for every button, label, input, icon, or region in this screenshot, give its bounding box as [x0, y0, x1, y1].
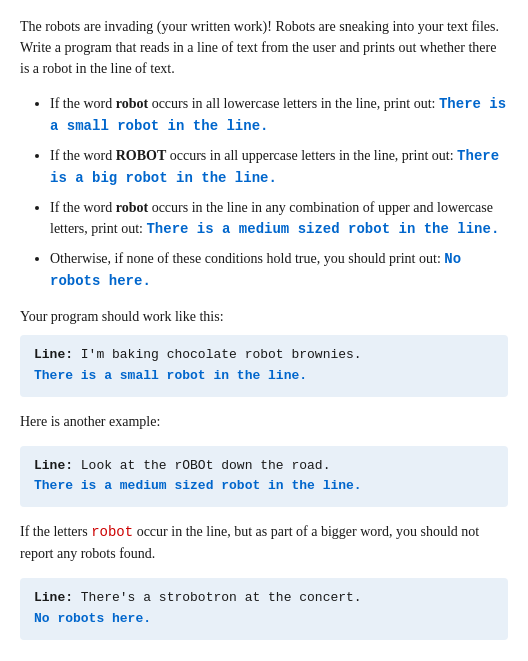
bullet-prefix-3: If the word	[50, 200, 116, 215]
list-item-lowercase: If the word robot occurs in all lowercas…	[50, 93, 508, 137]
example2-input-line: Line: Look at the rOBOt down the road.	[34, 456, 494, 477]
bullet-prefix-4: Otherwise, if none of these conditions h…	[50, 251, 444, 266]
list-item-mixed: If the word robot occurs in the line in …	[50, 197, 508, 240]
bullet-prefix-1: If the word	[50, 96, 116, 111]
bullet-middle-2: occurs in all uppercase letters in the l…	[166, 148, 457, 163]
example2-code-block: Line: Look at the rOBOt down the road. T…	[20, 446, 508, 508]
footer-paragraph: If the letters robot occur in the line, …	[20, 521, 508, 564]
example3-code-block: Line: There's a strobotron at the concer…	[20, 578, 508, 640]
example2-input-value: Look at the rOBOt down the road.	[81, 458, 331, 473]
example1-input-line: Line: I'm baking chocolate robot brownie…	[34, 345, 494, 366]
keyword-robot-mixed: robot	[116, 200, 148, 215]
bullet-middle-1: occurs in all lowercase letters in the l…	[148, 96, 439, 111]
conditions-list: If the word robot occurs in all lowercas…	[20, 93, 508, 292]
example1-label: Your program should work like this:	[20, 306, 508, 327]
example1-line-label: Line:	[34, 347, 81, 362]
footer-prefix: If the letters	[20, 524, 91, 539]
intro-paragraph: The robots are invading (your written wo…	[20, 16, 508, 79]
example3-input-line: Line: There's a strobotron at the concer…	[34, 588, 494, 609]
example2-line-label: Line:	[34, 458, 81, 473]
footer-robot-word: robot	[91, 524, 133, 540]
keyword-robot-upper: ROBOT	[116, 148, 167, 163]
list-item-uppercase: If the word ROBOT occurs in all uppercas…	[50, 145, 508, 189]
example1-code-block: Line: I'm baking chocolate robot brownie…	[20, 335, 508, 397]
list-item-otherwise: Otherwise, if none of these conditions h…	[50, 248, 508, 292]
example3-input-value: There's a strobotron at the concert.	[81, 590, 362, 605]
keyword-robot-lower: robot	[116, 96, 148, 111]
example2-output-line: There is a medium sized robot in the lin…	[34, 476, 494, 497]
example2-label: Here is another example:	[20, 411, 508, 432]
example3-line-label: Line:	[34, 590, 81, 605]
output-medium-robot: There is a medium sized robot in the lin…	[146, 221, 499, 237]
example1-input-value: I'm baking chocolate robot brownies.	[81, 347, 362, 362]
example3-output-line: No robots here.	[34, 609, 494, 630]
bullet-prefix-2: If the word	[50, 148, 116, 163]
example1-output-line: There is a small robot in the line.	[34, 366, 494, 387]
